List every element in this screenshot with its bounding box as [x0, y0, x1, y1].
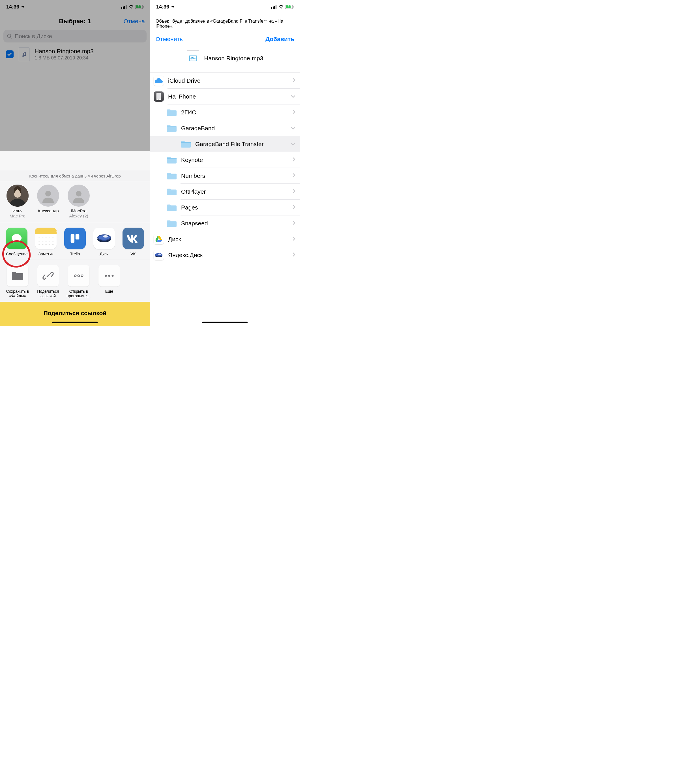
yadisk-icon	[153, 250, 164, 260]
avatar-icon	[6, 185, 28, 207]
wifi-icon	[128, 5, 134, 9]
location-row[interactable]: Pages	[150, 200, 300, 215]
add-button[interactable]: Добавить	[266, 36, 294, 42]
search-input[interactable]	[15, 33, 143, 40]
svg-rect-23	[75, 234, 79, 240]
avatar-placeholder-icon	[37, 185, 59, 207]
action-label: Сохранить в «Файлы»	[5, 289, 31, 298]
svg-rect-18	[35, 232, 56, 234]
chevron-right-icon	[292, 189, 295, 194]
folder-icon	[166, 218, 177, 229]
svg-point-27	[103, 235, 108, 238]
svg-rect-2	[124, 6, 125, 9]
svg-point-33	[112, 275, 114, 277]
location-row[interactable]: Диск	[150, 231, 300, 247]
folder-icon	[181, 139, 191, 149]
svg-rect-35	[273, 6, 273, 9]
action-label: Еще	[96, 289, 122, 294]
svg-point-14	[45, 191, 51, 196]
location-label: На iPhone	[168, 93, 291, 100]
location-row[interactable]: Keynote	[150, 152, 300, 168]
svg-rect-37	[276, 5, 277, 9]
chevron-right-icon	[292, 205, 295, 210]
airdrop-name: Илья	[5, 208, 31, 213]
audio-file-icon	[19, 48, 30, 61]
svg-point-15	[76, 191, 81, 196]
chevron-right-icon	[292, 252, 295, 258]
share-app-vk[interactable]: VK	[121, 228, 145, 256]
airdrop-contact[interactable]: iMacPro Alexey (2)	[66, 185, 92, 218]
folder-icon	[166, 155, 177, 165]
cancel-button[interactable]: Отмена	[123, 18, 145, 25]
action-share-link[interactable]: Поделиться ссылкой	[35, 265, 61, 298]
action-label: Поделиться ссылкой	[35, 289, 61, 298]
svg-point-31	[105, 275, 107, 277]
location-row[interactable]: GarageBand File Transfer	[150, 136, 300, 152]
location-list: iCloud DriveНа iPhone2ГИСGarageBandGarag…	[150, 72, 300, 263]
chevron-right-icon	[292, 221, 295, 226]
open-in-icon	[68, 265, 89, 287]
location-label: GarageBand	[181, 125, 291, 132]
app-label: Диск	[92, 252, 116, 256]
search-icon	[7, 33, 12, 39]
share-app-notes[interactable]: Заметки	[34, 228, 58, 256]
audio-file-icon	[187, 50, 199, 66]
svg-line-8	[11, 37, 12, 39]
more-icon	[98, 265, 120, 287]
airdrop-contact[interactable]: Илья Mac Pro	[5, 185, 31, 218]
location-row[interactable]: Snapseed	[150, 215, 300, 231]
location-row[interactable]: 2ГИС	[150, 105, 300, 120]
location-row[interactable]: Яндекс.Диск	[150, 247, 300, 263]
svg-point-32	[108, 275, 110, 277]
status-bar: 14:36	[150, 0, 300, 14]
app-label: Заметки	[34, 252, 58, 256]
action-label: Открыть в программе…	[66, 289, 92, 298]
home-indicator[interactable]	[202, 322, 248, 323]
cancel-button[interactable]: Отменить	[156, 36, 183, 42]
location-row[interactable]: iCloud Drive	[150, 73, 300, 89]
location-label: Keynote	[181, 157, 292, 163]
app-row: Сообщение Заметки Trello Диск VK	[0, 223, 150, 260]
chevron-right-icon	[292, 157, 295, 163]
home-indicator[interactable]	[52, 322, 98, 323]
share-app-disk[interactable]: Диск	[92, 228, 116, 256]
airdrop-hint: Коснитесь для обмена данными через AirDr…	[0, 171, 150, 181]
location-label: iCloud Drive	[168, 77, 292, 84]
svg-point-29	[78, 275, 80, 277]
cellular-icon	[121, 5, 127, 9]
action-open-in[interactable]: Открыть в программе…	[66, 265, 92, 298]
battery-icon	[285, 5, 294, 9]
status-time: 14:36	[6, 4, 19, 10]
cellular-icon	[271, 5, 277, 9]
chevron-right-icon	[292, 78, 295, 83]
action-save-to-files[interactable]: Сохранить в «Файлы»	[5, 265, 31, 298]
airdrop-contact[interactable]: Александр	[35, 185, 61, 218]
svg-rect-43	[157, 94, 161, 99]
location-row[interactable]: OttPlayer	[150, 184, 300, 200]
location-row[interactable]: На iPhone	[150, 89, 300, 105]
status-bar: 14:36	[0, 0, 150, 14]
location-row[interactable]: Numbers	[150, 168, 300, 184]
destination-hint: Объект будет добавлен в «GarageBand File…	[150, 14, 300, 32]
battery-icon	[135, 5, 144, 9]
chevron-right-icon	[292, 173, 295, 179]
svg-rect-0	[121, 7, 122, 9]
app-label: VK	[121, 252, 145, 256]
file-row[interactable]: Hanson Ringtone.mp3 1.8 МБ 08.07.2019 20…	[0, 42, 150, 66]
location-row[interactable]: GarageBand	[150, 120, 300, 136]
file-name: Hanson Ringtone.mp3	[204, 55, 263, 62]
svg-rect-40	[293, 6, 294, 8]
search-bar[interactable]	[3, 30, 147, 42]
share-link-button[interactable]: Поделиться ссылкой	[0, 302, 150, 326]
share-app-trello[interactable]: Trello	[63, 228, 88, 256]
svg-point-9	[22, 55, 24, 57]
svg-rect-34	[271, 7, 272, 9]
folder-icon	[166, 123, 177, 134]
share-app-messages[interactable]: Сообщение	[5, 228, 29, 256]
folder-icon	[7, 265, 28, 287]
checkbox-checked-icon[interactable]	[6, 50, 14, 58]
folder-icon	[166, 171, 177, 181]
iphone-icon	[153, 91, 164, 102]
chevron-right-icon	[292, 110, 295, 115]
action-more[interactable]: Еще	[96, 265, 122, 298]
